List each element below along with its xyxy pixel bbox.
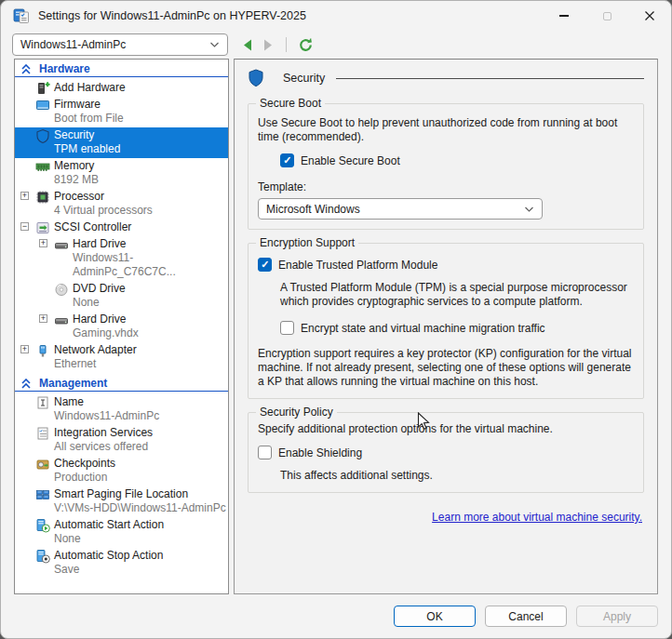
tree-item-sub: Gaming.vhdx	[73, 326, 226, 340]
integration-services-icon	[35, 426, 50, 441]
expand-toggle[interactable]: +	[39, 314, 47, 323]
sidebar-item-auto-start[interactable]: Automatic Start Action None	[15, 517, 228, 548]
enable-shielding-checkbox[interactable]	[258, 446, 272, 459]
sidebar-item-auto-stop[interactable]: Automatic Stop Action Save	[15, 548, 228, 579]
tree-item-label: Security	[54, 128, 226, 142]
sidebar-item-name[interactable]: Name Windows11-AdminPc	[15, 394, 228, 425]
tree-item-sub: 8192 MB	[54, 173, 226, 187]
tree-item-sub: V:\VMs-HDD\Windows11-AdminPc	[54, 501, 226, 515]
sidebar-item-dvd-drive[interactable]: DVD Drive None	[15, 281, 228, 312]
close-button[interactable]	[628, 1, 671, 31]
collapse-toggle[interactable]: −	[20, 222, 29, 231]
toolbar-separator	[286, 37, 287, 52]
enable-secure-boot-row: Enable Secure Boot	[280, 153, 634, 167]
automatic-start-icon	[35, 518, 50, 533]
secure-boot-group: Secure Boot Use Secure Boot to help prev…	[248, 103, 644, 230]
security-policy-group-label: Security Policy	[256, 406, 337, 419]
sidebar-item-hard-drive-1[interactable]: + Hard Drive Windows11-AdminPc_C76C7C...	[15, 236, 228, 281]
sidebar-item-firmware[interactable]: Firmware Boot from File	[15, 97, 228, 127]
tree-item-label: DVD Drive	[73, 282, 226, 296]
window-controls	[543, 1, 671, 31]
vm-selector-value: Windows11-AdminPc	[20, 38, 209, 51]
toolbar: Windows11-AdminPc	[12, 33, 314, 57]
sidebar-item-memory[interactable]: Memory 8192 MB	[15, 158, 228, 189]
refresh-button[interactable]	[298, 37, 314, 53]
scsi-controller-icon	[35, 220, 50, 235]
sidebar-item-security[interactable]: Security TPM enabled	[15, 127, 228, 158]
tree-item-sub: Boot from File	[54, 112, 226, 126]
tree-item-label: Hard Drive	[73, 313, 226, 326]
link-row: Learn more about virtual machine securit…	[248, 508, 644, 525]
kp-note: Encryption support requires a key protec…	[258, 347, 634, 389]
window-title: Settings for Windows11-AdminPc on HYPERV…	[38, 9, 306, 22]
tree-item-label: SCSI Controller	[54, 220, 226, 234]
panel-header: Security	[248, 68, 644, 88]
collapse-double-chevron-icon	[21, 64, 31, 74]
settings-window: Settings for Windows11-AdminPc on HYPERV…	[0, 0, 672, 639]
tree-item-label: Memory	[54, 159, 226, 173]
security-settings-panel: Security Secure Boot Use Secure Boot to …	[234, 59, 658, 594]
section-header-management[interactable]: Management	[15, 376, 228, 392]
hardware-header-label: Hardware	[39, 62, 90, 75]
shielding-note: This affects additional settings.	[280, 469, 634, 483]
expand-toggle[interactable]: +	[39, 239, 47, 247]
expand-toggle[interactable]: +	[20, 345, 29, 353]
memory-icon	[35, 159, 50, 174]
sidebar-item-hard-drive-2[interactable]: + Hard Drive Gaming.vhdx	[15, 312, 228, 342]
expand-toggle[interactable]: +	[20, 192, 29, 200]
tree-item-sub: TPM enabled	[54, 142, 226, 156]
tree-item-label: Processor	[54, 190, 226, 204]
enable-tpm-label: Enable Trusted Platform Module	[278, 259, 437, 272]
tree-item-sub: Production	[54, 471, 226, 485]
hyperv-settings-app-icon	[13, 7, 30, 24]
tree-item-sub: All services offered	[54, 440, 226, 454]
sidebar-item-integration-services[interactable]: Integration Services All services offere…	[15, 425, 228, 456]
enable-shielding-label: Enable Shielding	[278, 446, 362, 459]
tree-item-label: Automatic Start Action	[54, 518, 226, 532]
policy-description: Specify additional protection options fo…	[258, 422, 634, 436]
section-header-hardware[interactable]: Hardware	[15, 61, 228, 77]
navigate-forward-button-disabled	[262, 38, 275, 52]
navigation-buttons	[241, 37, 314, 53]
sidebar-item-scsi-controller[interactable]: − SCSI Controller	[15, 220, 228, 236]
maximize-icon	[603, 12, 612, 20]
sidebar-item-add-hardware[interactable]: Add Hardware	[15, 80, 228, 97]
secure-boot-group-label: Secure Boot	[256, 97, 325, 110]
navigate-back-button[interactable]	[241, 38, 254, 52]
encrypt-traffic-row: Encrypt state and virtual machine migrat…	[280, 321, 634, 335]
encrypt-traffic-checkbox[interactable]	[280, 321, 294, 335]
sidebar-item-checkpoints[interactable]: Checkpoints Production	[15, 456, 228, 486]
tree-item-label: Firmware	[54, 98, 226, 112]
firmware-icon	[35, 98, 50, 113]
tree-item-label: Integration Services	[54, 426, 226, 440]
template-label: Template:	[258, 180, 634, 194]
tree-item-label: Checkpoints	[54, 457, 226, 471]
dvd-drive-icon	[54, 282, 69, 297]
header-rule	[336, 78, 644, 79]
vm-security-learn-more-link[interactable]: Learn more about virtual machine securit…	[432, 511, 642, 524]
add-hardware-icon	[35, 81, 50, 96]
processor-icon	[35, 190, 50, 205]
tree-item-sub: None	[54, 532, 226, 546]
sidebar-item-smart-paging[interactable]: Smart Paging File Location V:\VMs-HDD\Wi…	[15, 486, 228, 517]
enable-secure-boot-checkbox[interactable]	[280, 153, 294, 167]
tree-item-sub: 4 Virtual processors	[54, 204, 226, 218]
minimize-button[interactable]	[543, 1, 585, 31]
network-adapter-icon	[35, 343, 50, 358]
tree-item-sub: Ethernet	[54, 357, 226, 371]
template-dropdown[interactable]: Microsoft Windows	[258, 198, 543, 220]
tree-item-label: Automatic Stop Action	[54, 549, 226, 563]
sidebar-item-processor[interactable]: + Processor 4 Virtual processors	[15, 189, 228, 220]
settings-tree: Hardware Add Hardware Firmware Boot from…	[14, 59, 229, 594]
sidebar-item-network-adapter[interactable]: + Network Adapter Ethernet	[15, 342, 228, 373]
tree-item-sub: Windows11-AdminPc_C76C7C...	[73, 251, 226, 279]
tree-item-sub: None	[73, 296, 226, 310]
enable-tpm-checkbox[interactable]	[258, 258, 272, 272]
maximize-button-disabled	[585, 1, 628, 31]
title-bar: Settings for Windows11-AdminPc on HYPERV…	[1, 1, 671, 31]
cancel-button[interactable]: Cancel	[485, 606, 567, 627]
chevron-down-icon	[209, 41, 220, 48]
vm-selector-dropdown[interactable]: Windows11-AdminPc	[12, 33, 228, 56]
ok-button[interactable]: OK	[394, 606, 476, 627]
enable-tpm-row: Enable Trusted Platform Module	[258, 258, 634, 272]
